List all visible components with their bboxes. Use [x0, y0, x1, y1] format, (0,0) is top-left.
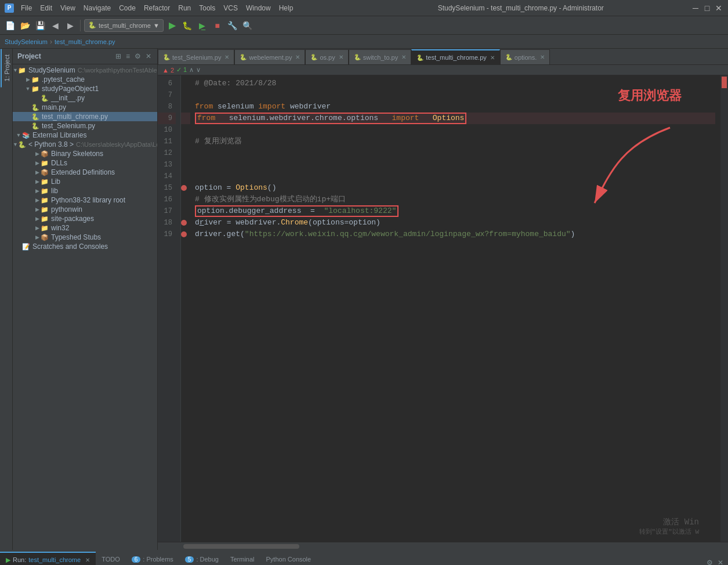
tab-test-selenium[interactable]: 🐍 test_Selenium.py ✕: [158, 49, 234, 64]
menu-file[interactable]: File: [17, 3, 35, 13]
close-button[interactable]: ✕: [714, 3, 723, 13]
menu-tools[interactable]: Tools: [195, 3, 219, 13]
run-button[interactable]: ▶: [166, 19, 179, 32]
run-tab-close[interactable]: ✕: [85, 557, 90, 563]
folder-icon: 📁: [31, 76, 39, 84]
tree-item-dlls[interactable]: ▶ 📁 DLLs: [13, 158, 157, 168]
tree-arrow-binsk: ▶: [34, 151, 41, 157]
tree-arrow-pytest: ▶: [24, 77, 31, 82]
tree-arrow-spobj: ▼: [24, 86, 31, 92]
horizontal-scrollbar[interactable]: [158, 542, 728, 550]
menu-window[interactable]: Window: [242, 3, 274, 13]
tree-item-binsk[interactable]: ▶ 📦 Binary Skeletons: [13, 149, 157, 158]
menu-refactor[interactable]: Refactor: [140, 3, 173, 13]
editor-nav-up[interactable]: ∧: [189, 66, 194, 74]
code-var: option.debugger_address: [197, 207, 301, 215]
editor-nav-down[interactable]: ∨: [196, 66, 201, 74]
editor-badge: ▲ 2: [162, 67, 174, 74]
sidebar-collapse-icon[interactable]: ≡: [125, 51, 131, 61]
tab-os[interactable]: 🐍 os.py ✕: [305, 49, 348, 64]
code-editor[interactable]: 6 7 8 9 10 11 12 13 14 15 16 17 18 19: [158, 75, 728, 542]
code-line-13: [195, 159, 715, 171]
keyword: import: [392, 114, 419, 122]
sidebar-expand-icon[interactable]: ⊞: [114, 51, 122, 61]
close-panel-icon[interactable]: ✕: [718, 559, 723, 565]
tree-item-studypageobject[interactable]: ▼ 📁 studyPageObject1: [13, 84, 157, 93]
tab-close-icon[interactable]: ✕: [490, 55, 495, 61]
run-with-coverage-button[interactable]: ▶̲: [196, 19, 209, 32]
tab-test-multi-chrome[interactable]: 🐍 test_multi_chrome.py ✕: [411, 49, 500, 64]
stop-button[interactable]: ■: [211, 19, 224, 32]
menu-vcs[interactable]: VCS: [220, 3, 241, 13]
menu-code[interactable]: Code: [115, 3, 139, 13]
tree-label: Python38-32 library root: [51, 196, 125, 204]
tab-close-icon[interactable]: ✕: [401, 54, 406, 60]
project-tab[interactable]: 1: Project: [1, 49, 12, 87]
tree-arrow-extdefs: ▶: [34, 169, 41, 175]
tab-options[interactable]: 🐍 options. ✕: [500, 49, 550, 64]
tab-switch-to[interactable]: 🐍 switch_to.py ✕: [349, 49, 412, 64]
tab-close-icon[interactable]: ✕: [224, 54, 229, 60]
back-button[interactable]: ◀: [49, 19, 61, 32]
tab-python-console[interactable]: Python Console: [260, 552, 317, 565]
debug-tab-num: 5: [185, 556, 194, 563]
scratches-icon: 📝: [22, 243, 30, 251]
open-button[interactable]: 📂: [19, 19, 31, 32]
tab-close-icon[interactable]: ✕: [339, 54, 343, 60]
tab-label: switch_to.py: [363, 54, 399, 61]
forward-button[interactable]: ▶: [64, 19, 77, 32]
sidebar-settings-icon[interactable]: ⚙: [133, 51, 142, 61]
tree-item-extdefs[interactable]: ▶ 📦 Extended Definitions: [13, 168, 157, 177]
tab-webelement[interactable]: 🐍 webelement.py ✕: [234, 49, 305, 64]
tab-run[interactable]: ▶ Run: test_multi_chrome ✕: [0, 552, 96, 565]
debug-button[interactable]: 🐛: [181, 19, 194, 32]
code-lines[interactable]: # @Date: 2021/8/28 from selenium import …: [190, 75, 720, 542]
menu-view[interactable]: View: [57, 3, 79, 13]
menu-run[interactable]: Run: [175, 3, 194, 13]
tree-item-win32[interactable]: ▶ 📁 win32: [13, 223, 157, 233]
new-file-button[interactable]: 📄: [3, 19, 16, 32]
tree-item-init[interactable]: 🐍 __init__.py: [13, 93, 157, 103]
save-button[interactable]: 💾: [34, 19, 46, 32]
breadcrumb-file[interactable]: test_multi_chrome.py: [55, 38, 115, 45]
tree-item-studyselenium[interactable]: ▼ 📁 StudySelenium C:\workpath\pythonTest…: [13, 66, 157, 75]
tree-item-lib-cap[interactable]: ▶ 📁 Lib: [13, 177, 157, 186]
gutter-markers: [181, 75, 190, 542]
menu-help[interactable]: Help: [276, 3, 297, 13]
tab-terminal[interactable]: Terminal: [224, 552, 260, 565]
breadcrumb-studyselenium[interactable]: StudySelenium: [5, 38, 48, 45]
tree-arrow-win32: ▶: [34, 225, 41, 231]
run-config-dropdown[interactable]: 🐍 test_multi_chrome ▼: [84, 19, 164, 32]
menu-navigate[interactable]: Navigate: [80, 3, 114, 13]
sidebar-close-icon[interactable]: ✕: [144, 51, 153, 61]
h-scroll-thumb[interactable]: [183, 544, 299, 549]
tree-item-extlibs[interactable]: ▼ 📚 External Libraries: [13, 131, 157, 140]
address-highlight-box: option.debugger_address = "localhost:922…: [195, 205, 399, 217]
tree-item-py38-32[interactable]: ▶ 📁 Python38-32 library root: [13, 195, 157, 205]
search-everywhere-button[interactable]: 🔍: [241, 19, 254, 32]
tab-debug[interactable]: 5 : Debug: [179, 552, 224, 565]
tree-item-lib-lower[interactable]: ▶ 📁 lib: [13, 186, 157, 195]
tab-todo[interactable]: TODO: [96, 552, 126, 565]
tree-item-typeshed[interactable]: ▶ 📦 Typeshed Stubs: [13, 233, 157, 242]
tab-close-icon[interactable]: ✕: [540, 54, 545, 60]
tree-item-python38[interactable]: ▼ 🐍 < Python 3.8 > C:\Users\ablesky\AppD…: [13, 140, 157, 149]
maximize-button[interactable]: □: [702, 3, 712, 13]
tree-item-testmulti[interactable]: 🐍 test_multi_chrome.py: [13, 112, 157, 121]
tree-item-scratches[interactable]: 📝 Scratches and Consoles: [13, 242, 157, 251]
tree-label: Lib: [51, 178, 60, 186]
menu-edit[interactable]: Edit: [37, 3, 56, 13]
tree-item-main[interactable]: 🐍 main.py: [13, 103, 157, 112]
settings-icon[interactable]: ⚙: [707, 559, 713, 565]
tree-item-testsel[interactable]: 🐍 test_Selenium.py: [13, 121, 157, 131]
tree-item-pythonwin[interactable]: ▶ 📁 pythonwin: [13, 205, 157, 214]
line-numbers: 6 7 8 9 10 11 12 13 14 15 16 17 18 19: [158, 75, 181, 542]
tree-item-site-pkgs[interactable]: ▶ 📁 site-packages: [13, 214, 157, 223]
settings-button[interactable]: 🔧: [226, 19, 239, 32]
tree-item-pytest-cache[interactable]: ▶ 📁 .pytest_cache: [13, 75, 157, 84]
tab-problems[interactable]: 6 : Problems: [126, 552, 179, 565]
tab-close-icon[interactable]: ✕: [295, 54, 300, 60]
code-func: Options: [236, 182, 267, 194]
lib-icon: 📦: [41, 234, 49, 241]
minimize-button[interactable]: ─: [691, 3, 700, 13]
